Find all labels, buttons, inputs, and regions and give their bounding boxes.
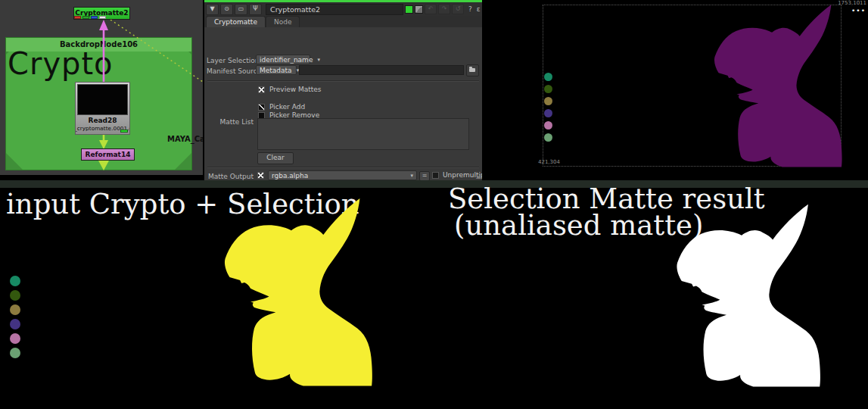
node-name-field[interactable]: Cryptomatte2: [266, 4, 403, 15]
properties-tabbar: Cryptomatte Node: [204, 16, 482, 27]
color-swatch-dot: [10, 333, 20, 344]
color-swatch-dot: [10, 276, 20, 286]
reformat-node[interactable]: Reformat14: [81, 148, 135, 161]
layer-selection-value: identifier_name: [260, 55, 313, 64]
properties-body: Layer Selection identifier_name ▾ Manife…: [204, 27, 482, 180]
matte-output-checkbox[interactable]: [257, 172, 264, 179]
gl-color-swatch[interactable]: [415, 5, 423, 14]
input-selection-silhouette: [186, 193, 398, 409]
divider: [207, 167, 479, 168]
manifest-path-input[interactable]: [299, 65, 464, 75]
redo-icon[interactable]: ↷: [438, 4, 450, 14]
chevron-down-icon: ▾: [313, 55, 320, 64]
screenshot-root: BackdropNode106 Crypto Cryptomatte2 Read…: [0, 0, 868, 409]
matte-output-value: rgba.alpha: [272, 171, 308, 180]
alpha-channel-chip: [99, 16, 106, 19]
revert-icon[interactable]: ↺: [452, 4, 464, 14]
channel-equals-button[interactable]: =: [419, 171, 430, 180]
picker-add-label: Picker Add: [269, 103, 305, 111]
read-node-thumbnail: [77, 84, 128, 115]
manifest-source-label: Manifest Source: [207, 67, 254, 75]
node-tree-icon[interactable]: Ψ: [249, 4, 262, 15]
layer-selection-label: Layer Selection: [207, 57, 254, 64]
chevron-down-icon: ▾: [406, 171, 413, 180]
color-swatch-dot: [544, 121, 552, 130]
id-color-swatch-column-large: [10, 276, 20, 362]
color-swatch-dot: [544, 85, 552, 93]
manifest-source-value: Metadata: [260, 66, 292, 74]
color-swatch-dot: [544, 109, 552, 117]
layer-selection-dropdown[interactable]: identifier_name ▾: [256, 55, 310, 64]
matte-output-dropdown[interactable]: rgba.alpha ▾: [268, 170, 417, 180]
tab-node[interactable]: Node: [266, 16, 300, 27]
id-color-swatch-column: [544, 73, 552, 145]
preview-mattes-label: Preview Mattes: [269, 86, 321, 93]
matte-list-label: Matte List: [207, 118, 254, 126]
viewer-panel[interactable]: 1753,1011 421,304 •••: [484, 0, 868, 180]
backdrop-corner-handle[interactable]: [175, 153, 191, 170]
node-graph-panel[interactable]: BackdropNode106 Crypto Cryptomatte2 Read…: [0, 0, 203, 175]
tab-cryptomatte[interactable]: Cryptomatte: [206, 16, 266, 27]
preview-mattes-checkbox[interactable]: [258, 86, 265, 93]
folder-icon: [469, 68, 475, 72]
read-node[interactable]: Read28 _cryptomatte.0001.exr: [75, 82, 130, 135]
chevron-down-icon: ▾: [292, 66, 300, 74]
collapse-panel-icon[interactable]: ▼: [206, 4, 219, 15]
bbox-coord-bottom-left: 421,304: [538, 159, 560, 165]
node-color-swatch[interactable]: [405, 5, 413, 14]
clear-button[interactable]: Clear: [257, 152, 294, 164]
read-node-label: Read28: [76, 117, 129, 124]
neighbor-node-label: MAYA_Ca: [167, 135, 203, 143]
matte-result-silhouette: [636, 199, 848, 409]
unpremultiply-checkbox[interactable]: [432, 172, 439, 179]
matte-output-label: Matte Output: [207, 173, 254, 180]
picker-add-checkbox[interactable]: [258, 104, 265, 111]
properties-panel: ▼ ⊙ ▭ Ψ Cryptomatte2 ↶ ↷ ↺ ? ε × Cryptom…: [204, 0, 482, 180]
wire-arrowhead-up: [99, 20, 108, 30]
undo-icon[interactable]: ↶: [425, 4, 437, 14]
color-swatch-dot: [10, 319, 20, 329]
file-browser-button[interactable]: [466, 64, 479, 76]
color-swatch-dot: [544, 73, 552, 81]
read-node-status-chip: [120, 130, 128, 133]
color-swatch-dot: [10, 348, 20, 358]
channel-indicator-row: [74, 16, 106, 19]
center-node-icon[interactable]: ⊙: [220, 4, 233, 15]
divider: [207, 80, 479, 82]
backdrop-corner-handle[interactable]: [6, 153, 23, 170]
color-swatch-dot: [10, 290, 20, 301]
float-window-icon[interactable]: ε: [477, 5, 481, 13]
blue-channel-chip: [91, 16, 98, 19]
backdrop-big-label: Crypto: [8, 48, 114, 79]
color-swatch-dot: [10, 304, 20, 315]
red-channel-chip: [74, 16, 81, 19]
properties-titlebar: ▼ ⊙ ▭ Ψ Cryptomatte2 ↶ ↷ ↺ ? ε ×: [204, 2, 482, 16]
color-swatch-dot: [544, 133, 552, 142]
manifest-source-dropdown[interactable]: Metadata ▾: [256, 65, 297, 75]
titlebar-right-icons: ↶ ↷ ↺ ? ε ×: [403, 4, 482, 14]
node-box-icon[interactable]: ▭: [235, 4, 247, 15]
green-channel-chip: [82, 16, 89, 19]
matte-list-textarea[interactable]: [257, 118, 469, 150]
color-swatch-dot: [544, 97, 552, 105]
help-icon[interactable]: ?: [468, 5, 472, 13]
panel-resize-handle[interactable]: ◢: [476, 173, 481, 180]
matte-preview-silhouette: [683, 0, 863, 180]
